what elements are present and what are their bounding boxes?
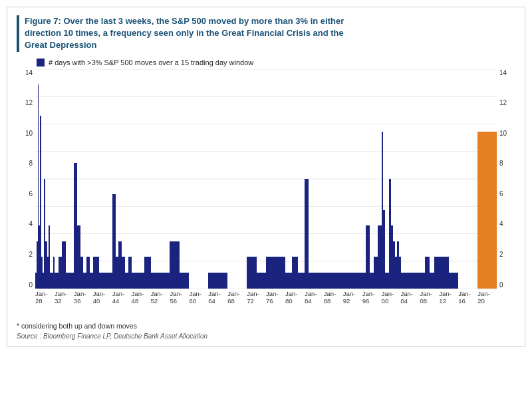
bars-container (35, 69, 497, 289)
bar (180, 273, 189, 289)
chart-container: Figure 7: Over the last 3 weeks, the S&P… (7, 7, 525, 347)
bar (106, 273, 112, 289)
source: Source : Bloomberg Finance LP, Deutsche … (17, 332, 515, 340)
bar-group (305, 69, 324, 289)
bar (333, 273, 338, 289)
bar-group (477, 69, 497, 289)
x-axis-label: Jan-12 (439, 290, 458, 305)
bar (343, 273, 362, 289)
bar (138, 273, 144, 289)
bar-group (132, 69, 151, 289)
y-axis-label: 14 (25, 69, 33, 76)
bar (170, 241, 179, 289)
y-axis-label: 8 (29, 160, 33, 167)
x-axis-label: Jan-56 (170, 290, 189, 305)
x-axis-label: Jan-76 (266, 290, 285, 305)
y-axis-right: 14121086420 (497, 69, 515, 289)
x-axis-label: Jan-04 (401, 290, 420, 305)
bar-group (420, 69, 439, 289)
y-axis-label: 4 (499, 220, 503, 227)
bar (477, 132, 497, 289)
bar-group (439, 69, 458, 289)
legend-label: # days with >3% S&P 500 moves over a 15 … (49, 59, 253, 66)
y-axis-label: 10 (25, 130, 33, 137)
bar-group (401, 69, 420, 289)
y-axis-label: 10 (499, 130, 507, 137)
bar-group (112, 69, 132, 289)
x-axis-label: Jan-60 (189, 290, 208, 305)
bar (151, 273, 170, 289)
bar (434, 257, 439, 288)
bar-group (170, 69, 189, 289)
x-axis-label: Jan-96 (362, 290, 382, 305)
bar (420, 273, 424, 289)
chart-inner (35, 69, 497, 289)
bar-group (324, 69, 343, 289)
y-axis-label: 12 (499, 99, 507, 106)
bar-group (343, 69, 362, 289)
y-axis-label: 8 (499, 160, 503, 167)
bar-group (35, 69, 55, 289)
bar-group (55, 69, 74, 289)
y-axis-label: 0 (29, 281, 33, 289)
x-axis-label: Jan-72 (247, 290, 266, 305)
y-axis-label: 0 (499, 281, 503, 289)
bar (285, 273, 292, 289)
x-axis-label: Jan-88 (324, 290, 343, 305)
x-axis-label: Jan-28 (35, 290, 55, 305)
x-axis-label: Jan-68 (227, 290, 247, 305)
x-axis-label: Jan-08 (420, 290, 439, 305)
bar (430, 273, 434, 289)
bar-group (227, 69, 247, 289)
bar (425, 257, 430, 288)
y-axis-label: 4 (29, 220, 33, 227)
bar-group (189, 69, 208, 289)
bar-group (285, 69, 305, 289)
x-axis-label: Jan-44 (112, 290, 132, 305)
bar (401, 273, 420, 289)
y-axis-label: 2 (29, 251, 33, 258)
y-axis-label: 2 (499, 251, 503, 258)
bar-group (151, 69, 170, 289)
bar (439, 257, 448, 288)
bar (208, 273, 227, 289)
bar (298, 273, 305, 289)
bar (247, 257, 256, 288)
x-axis-label: Jan-36 (74, 290, 93, 305)
bar (324, 273, 329, 289)
bar-group (458, 69, 477, 289)
bar (144, 257, 151, 288)
y-axis-left: 14121086420 (17, 69, 35, 289)
x-axis-label: Jan-16 (458, 290, 477, 305)
footnote: * considering both up and down moves (17, 322, 515, 330)
bar-group (382, 69, 401, 289)
bar (266, 257, 285, 288)
x-axis-label: Jan-84 (305, 290, 324, 305)
bar (93, 257, 100, 288)
bar (449, 273, 458, 289)
bar (329, 273, 333, 289)
bar-group (208, 69, 227, 289)
x-axis-label: Jan-92 (343, 290, 362, 305)
x-axis-label: Jan-40 (93, 290, 112, 305)
x-axis-label: Jan-20 (477, 290, 497, 305)
bar (292, 257, 299, 288)
x-axis-label: Jan-64 (208, 290, 227, 305)
x-axis-label: Jan-48 (132, 290, 151, 305)
x-axis-label: Jan-80 (285, 290, 305, 305)
y-axis-label: 14 (499, 69, 507, 76)
y-axis-label: 6 (499, 190, 503, 198)
legend: # days with >3% S&P 500 moves over a 15 … (17, 59, 515, 66)
x-axis-label: Jan-32 (55, 290, 74, 305)
bar-group (74, 69, 93, 289)
chart-title: Figure 7: Over the last 3 weeks, the S&P… (17, 15, 515, 52)
x-axis-label: Jan-00 (382, 290, 401, 305)
x-axis-label: Jan-52 (151, 290, 170, 305)
bar-group (247, 69, 266, 289)
chart-area: # days with >3% S&P 500 moves over a 15 … (17, 59, 515, 318)
bar-group (93, 69, 112, 289)
bar (132, 273, 138, 289)
bar-group (362, 69, 382, 289)
bar (305, 179, 309, 289)
legend-color-box (37, 59, 45, 66)
